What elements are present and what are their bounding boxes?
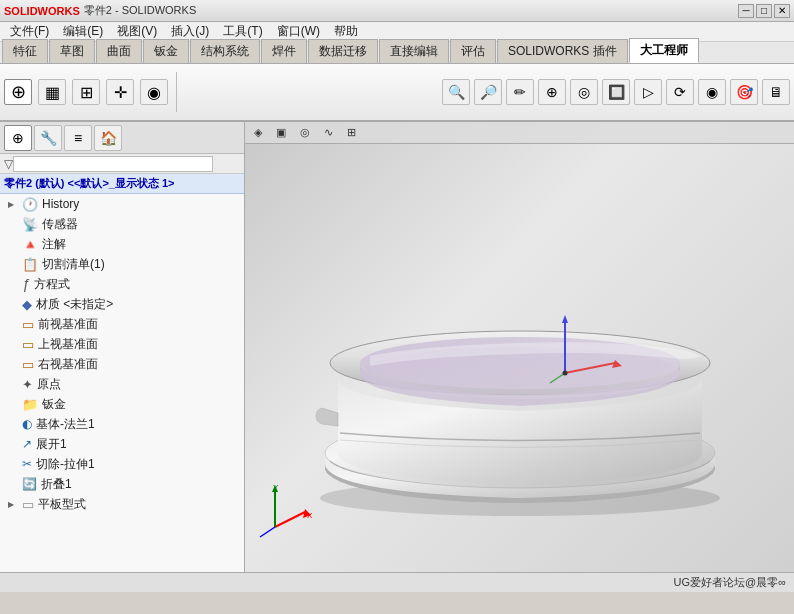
solidworks-logo: SOLIDWORKS bbox=[4, 5, 80, 17]
toolbar-btn-4[interactable]: ✛ bbox=[106, 79, 134, 105]
tab-swplugins[interactable]: SOLIDWORKS 插件 bbox=[497, 39, 628, 63]
toolbar-circle-icon[interactable]: ◉ bbox=[698, 79, 726, 105]
tree-label-cutlist: 切割清单(1) bbox=[42, 256, 105, 273]
minimize-button[interactable]: ─ bbox=[738, 4, 754, 18]
toolbar-play-icon[interactable]: ▷ bbox=[634, 79, 662, 105]
tree-label-sensors: 传感器 bbox=[42, 216, 78, 233]
window-controls[interactable]: ─ □ ✕ bbox=[738, 4, 790, 18]
toolbar-btn-1[interactable]: ⊕ bbox=[4, 79, 32, 105]
tree-item-flatten1[interactable]: ▶ ↗ 展开1 bbox=[0, 434, 244, 454]
flatten1-icon: ↗ bbox=[22, 437, 32, 451]
filter-icon: ▽ bbox=[4, 157, 13, 171]
tab-sketch[interactable]: 草图 bbox=[49, 39, 95, 63]
tab-weld[interactable]: 焊件 bbox=[261, 39, 307, 63]
toolbar-btn-2[interactable]: ▦ bbox=[38, 79, 66, 105]
toolbar-search-icon[interactable]: 🔍 bbox=[442, 79, 470, 105]
sensors-icon: 📡 bbox=[22, 217, 38, 232]
maximize-button[interactable]: □ bbox=[756, 4, 772, 18]
toolbar-view-icon[interactable]: ◎ bbox=[570, 79, 598, 105]
tree-item-equations[interactable]: ▶ ƒ 方程式 bbox=[0, 274, 244, 294]
origin-icon: ✦ bbox=[22, 377, 33, 392]
arrow-icon: ▶ bbox=[8, 200, 18, 209]
toolbar-zoom-icon[interactable]: 🔎 bbox=[474, 79, 502, 105]
vp-btn-section[interactable]: ∿ bbox=[319, 124, 338, 141]
vp-btn-display[interactable]: ▣ bbox=[271, 124, 291, 141]
right-plane-icon: ▭ bbox=[22, 357, 34, 372]
toolbar-btn-5[interactable]: ◉ bbox=[140, 79, 168, 105]
titlebar: SOLIDWORKS 零件2 - SOLIDWORKS ─ □ ✕ bbox=[0, 0, 794, 22]
toolbar-monitor-icon[interactable]: 🖥 bbox=[762, 79, 790, 105]
flat-pattern-icon: ▭ bbox=[22, 497, 34, 512]
tab-datamigration[interactable]: 数据迁移 bbox=[308, 39, 378, 63]
tree-label-fold1: 折叠1 bbox=[41, 476, 72, 493]
tree-item-cutlist[interactable]: ▶ 📋 切割清单(1) bbox=[0, 254, 244, 274]
panel-btn-home[interactable]: 🏠 bbox=[94, 125, 122, 151]
tree-item-right-plane[interactable]: ▶ ▭ 右视基准面 bbox=[0, 354, 244, 374]
vp-btn-hide[interactable]: ◎ bbox=[295, 124, 315, 141]
tree-item-sensors[interactable]: ▶ 📡 传感器 bbox=[0, 214, 244, 234]
tree-item-sheetmetal-folder[interactable]: ▶ 📁 钣金 bbox=[0, 394, 244, 414]
tree-label-base-flange: 基体-法兰1 bbox=[36, 416, 95, 433]
main-area: ⊕ 🔧 ≡ 🏠 ▽ 零件2 (默认) <<默认>_显示状态 1> ▶ 🕐 His… bbox=[0, 122, 794, 572]
vp-btn-view[interactable]: ◈ bbox=[249, 124, 267, 141]
part-name: 零件2 (默认) <<默认>_显示状态 1> bbox=[4, 176, 175, 191]
tab-features[interactable]: 特征 bbox=[2, 39, 48, 63]
tree-item-top-plane[interactable]: ▶ ▭ 上视基准面 bbox=[0, 334, 244, 354]
svg-text:X: X bbox=[307, 511, 313, 520]
tree-item-base-flange[interactable]: ▶ ◐ 基体-法兰1 bbox=[0, 414, 244, 434]
toolbar-add-icon[interactable]: ⊕ bbox=[538, 79, 566, 105]
toolbar-refresh-icon[interactable]: ⟳ bbox=[666, 79, 694, 105]
toolbar-separator bbox=[176, 72, 177, 112]
tab-evaluate[interactable]: 评估 bbox=[450, 39, 496, 63]
status-text: UG爱好者论坛@晨零∞ bbox=[673, 575, 786, 590]
model-viewport-area[interactable] bbox=[245, 144, 794, 572]
part-header: 零件2 (默认) <<默认>_显示状态 1> bbox=[0, 174, 244, 194]
history-icon: 🕐 bbox=[22, 197, 38, 212]
filter-bar: ▽ bbox=[0, 154, 244, 174]
tab-bigguru[interactable]: 大工程师 bbox=[629, 38, 699, 63]
tree-item-history[interactable]: ▶ 🕐 History bbox=[0, 194, 244, 214]
tab-structure[interactable]: 结构系统 bbox=[190, 39, 260, 63]
arrow-icon-flat-pattern: ▶ bbox=[8, 500, 18, 509]
front-plane-icon: ▭ bbox=[22, 317, 34, 332]
equations-icon: ƒ bbox=[22, 276, 30, 292]
annotations-icon: 🔺 bbox=[22, 237, 38, 252]
tree-label-right-plane: 右视基准面 bbox=[38, 356, 98, 373]
tree-label-sheetmetal-folder: 钣金 bbox=[42, 396, 66, 413]
tab-directedit[interactable]: 直接编辑 bbox=[379, 39, 449, 63]
3d-viewport[interactable]: ◈ ▣ ◎ ∿ ⊞ bbox=[245, 122, 794, 572]
vp-btn-view2[interactable]: ⊞ bbox=[342, 124, 361, 141]
tab-surface[interactable]: 曲面 bbox=[96, 39, 142, 63]
tree-item-fold1[interactable]: ▶ 🔄 折叠1 bbox=[0, 474, 244, 494]
toolbar-btn-3[interactable]: ⊞ bbox=[72, 79, 100, 105]
ribbon-tabs: 特征 草图 曲面 钣金 结构系统 焊件 数据迁移 直接编辑 评估 SOLIDWO… bbox=[0, 42, 794, 64]
svg-line-16 bbox=[260, 527, 275, 537]
window-title: 零件2 - SOLIDWORKS bbox=[84, 3, 196, 18]
panel-btn-features[interactable]: ⊕ bbox=[4, 125, 32, 151]
base-flange-icon: ◐ bbox=[22, 417, 32, 431]
tree-label-front-plane: 前视基准面 bbox=[38, 316, 98, 333]
tree-item-cut-extrude1[interactable]: ▶ ✂ 切除-拉伸1 bbox=[0, 454, 244, 474]
panel-btn-display[interactable]: ≡ bbox=[64, 125, 92, 151]
toolbar-box-icon[interactable]: 🔲 bbox=[602, 79, 630, 105]
tree-item-material[interactable]: ▶ ◆ 材质 <未指定> bbox=[0, 294, 244, 314]
feature-tree: ▶ 🕐 History ▶ 📡 传感器 ▶ 🔺 注解 ▶ 📋 切割清单(1) bbox=[0, 194, 244, 572]
cut-extrude1-icon: ✂ bbox=[22, 457, 32, 471]
tab-sheetmetal[interactable]: 钣金 bbox=[143, 39, 189, 63]
ribbon-toolbar: ⊕ ▦ ⊞ ✛ ◉ 🔍 🔎 ✏ ⊕ ◎ 🔲 ▷ ⟳ ◉ 🎯 🖥 bbox=[0, 64, 794, 122]
toolbar-target-icon[interactable]: 🎯 bbox=[730, 79, 758, 105]
close-button[interactable]: ✕ bbox=[774, 4, 790, 18]
toolbar-edit-icon[interactable]: ✏ bbox=[506, 79, 534, 105]
tree-item-annotations[interactable]: ▶ 🔺 注解 bbox=[0, 234, 244, 254]
tree-item-origin[interactable]: ▶ ✦ 原点 bbox=[0, 374, 244, 394]
top-plane-icon: ▭ bbox=[22, 337, 34, 352]
svg-point-11 bbox=[562, 371, 567, 376]
tree-item-flat-pattern[interactable]: ▶ ▭ 平板型式 bbox=[0, 494, 244, 514]
tree-label-flat-pattern: 平板型式 bbox=[38, 496, 86, 513]
tree-label-history: History bbox=[42, 197, 79, 211]
tree-item-front-plane[interactable]: ▶ ▭ 前视基准面 bbox=[0, 314, 244, 334]
panel-btn-properties[interactable]: 🔧 bbox=[34, 125, 62, 151]
tree-label-origin: 原点 bbox=[37, 376, 61, 393]
cutlist-icon: 📋 bbox=[22, 257, 38, 272]
filter-input[interactable] bbox=[13, 156, 213, 172]
